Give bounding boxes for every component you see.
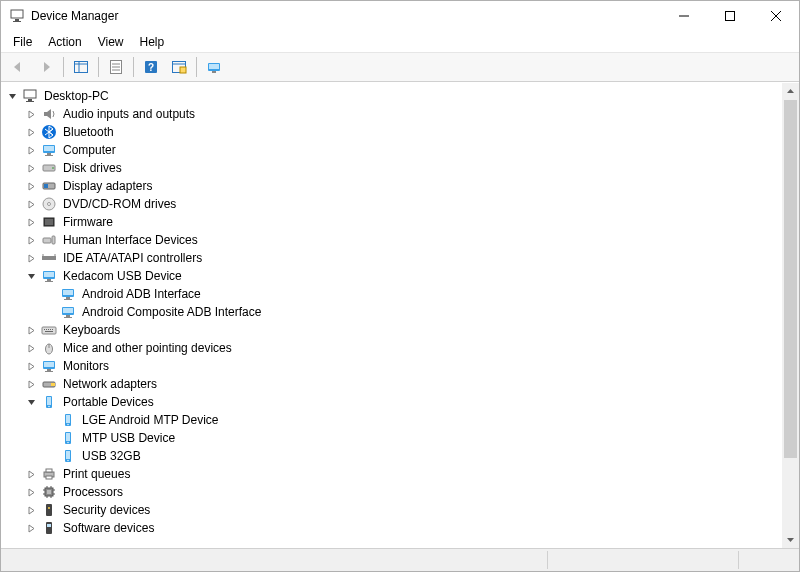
menu-help[interactable]: Help — [132, 33, 173, 51]
minimize-button[interactable] — [661, 1, 707, 31]
expand-icon[interactable] — [22, 339, 41, 357]
tree-item[interactable]: Firmware — [3, 213, 782, 231]
expand-icon[interactable] — [22, 123, 41, 141]
expand-icon[interactable] — [22, 249, 41, 267]
tree-label: IDE ATA/ATAPI controllers — [61, 248, 204, 268]
svg-rect-29 — [45, 155, 53, 156]
show-hide-tree-button[interactable] — [68, 55, 94, 79]
svg-rect-83 — [46, 469, 52, 472]
tree-label: Android Composite ADB Interface — [80, 302, 263, 322]
device-tree[interactable]: Desktop-PCAudio inputs and outputsBlueto… — [3, 87, 782, 548]
content-area: Desktop-PCAudio inputs and outputsBlueto… — [1, 82, 799, 548]
forward-button[interactable] — [33, 55, 59, 79]
expand-icon[interactable] — [22, 519, 41, 537]
menu-view[interactable]: View — [90, 33, 132, 51]
svg-text:?: ? — [148, 62, 154, 73]
app-icon — [9, 8, 25, 24]
tree-item[interactable]: USB 32GB — [3, 447, 782, 465]
svg-rect-38 — [43, 238, 51, 243]
svg-rect-57 — [46, 329, 47, 330]
tree-item[interactable]: MTP USB Device — [3, 429, 782, 447]
svg-rect-77 — [66, 433, 70, 441]
tree-item[interactable]: Network adapters — [3, 375, 782, 393]
bluetooth-icon — [41, 124, 57, 140]
computer-icon — [41, 142, 57, 158]
help-button[interactable]: ? — [138, 55, 164, 79]
expand-icon[interactable] — [22, 195, 41, 213]
expand-icon[interactable] — [22, 357, 41, 375]
tree-item[interactable]: DVD/CD-ROM drives — [3, 195, 782, 213]
scroll-thumb[interactable] — [784, 100, 797, 458]
tree-item[interactable]: IDE ATA/ATAPI controllers — [3, 249, 782, 267]
svg-rect-69 — [51, 383, 55, 386]
tree-label: DVD/CD-ROM drives — [61, 194, 178, 214]
svg-rect-18 — [180, 67, 186, 73]
tree-item[interactable]: Human Interface Devices — [3, 231, 782, 249]
svg-rect-65 — [44, 362, 54, 367]
svg-rect-54 — [64, 317, 72, 318]
tree-label: Network adapters — [61, 374, 159, 394]
expand-icon[interactable] — [22, 105, 41, 123]
expand-icon[interactable] — [22, 159, 41, 177]
tree-item[interactable]: Android Composite ADB Interface — [3, 303, 782, 321]
tree-item[interactable]: Keyboards — [3, 321, 782, 339]
svg-rect-50 — [64, 299, 72, 300]
expand-icon[interactable] — [22, 465, 41, 483]
menubar: File Action View Help — [1, 32, 799, 52]
tree-item[interactable]: Processors — [3, 483, 782, 501]
window-title: Device Manager — [31, 9, 661, 23]
scroll-track[interactable] — [782, 100, 799, 531]
tree-item[interactable]: Portable Devices — [3, 393, 782, 411]
svg-rect-67 — [45, 371, 53, 372]
expand-icon[interactable] — [22, 231, 41, 249]
tree-item[interactable]: Computer — [3, 141, 782, 159]
tree-item[interactable]: LGE Android MTP Device — [3, 411, 782, 429]
svg-point-81 — [67, 460, 68, 461]
expand-icon[interactable] — [22, 483, 41, 501]
tree-label: MTP USB Device — [80, 428, 177, 448]
tree-item[interactable]: Audio inputs and outputs — [3, 105, 782, 123]
svg-rect-22 — [24, 90, 36, 98]
scroll-down-button[interactable] — [782, 531, 799, 548]
expand-icon[interactable] — [22, 141, 41, 159]
close-button[interactable] — [753, 1, 799, 31]
svg-rect-37 — [45, 219, 53, 225]
tree-label: Portable Devices — [61, 392, 156, 412]
vertical-scrollbar[interactable] — [781, 83, 799, 548]
tree-item[interactable]: Disk drives — [3, 159, 782, 177]
svg-point-78 — [67, 442, 68, 443]
collapse-icon[interactable] — [22, 267, 41, 285]
scroll-up-button[interactable] — [782, 83, 799, 100]
processor-icon — [41, 484, 57, 500]
tree-item[interactable]: Mice and other pointing devices — [3, 339, 782, 357]
tree-item[interactable]: Security devices — [3, 501, 782, 519]
show-hidden-button[interactable] — [201, 55, 227, 79]
tree-item[interactable]: Android ADB Interface — [3, 285, 782, 303]
back-button[interactable] — [5, 55, 31, 79]
expand-icon[interactable] — [22, 501, 41, 519]
expand-icon[interactable] — [22, 321, 41, 339]
svg-rect-49 — [66, 297, 70, 299]
scan-hardware-button[interactable] — [166, 55, 192, 79]
collapse-icon[interactable] — [22, 393, 41, 411]
tree-item[interactable]: Bluetooth — [3, 123, 782, 141]
root-icon — [22, 88, 38, 104]
tree-label: Monitors — [61, 356, 111, 376]
expand-icon[interactable] — [22, 177, 41, 195]
audio-icon — [41, 106, 57, 122]
properties-button[interactable] — [103, 55, 129, 79]
tree-root[interactable]: Desktop-PC — [3, 87, 782, 105]
maximize-button[interactable] — [707, 1, 753, 31]
svg-point-96 — [48, 507, 50, 509]
tree-item[interactable]: Software devices — [3, 519, 782, 537]
tree-item[interactable]: Print queues — [3, 465, 782, 483]
expand-icon[interactable] — [22, 375, 41, 393]
collapse-icon[interactable] — [3, 87, 22, 105]
menu-action[interactable]: Action — [40, 33, 89, 51]
tree-item[interactable]: Kedacom USB Device — [3, 267, 782, 285]
expand-icon[interactable] — [22, 213, 41, 231]
tree-item[interactable]: Monitors — [3, 357, 782, 375]
svg-rect-74 — [66, 415, 70, 423]
tree-item[interactable]: Display adapters — [3, 177, 782, 195]
menu-file[interactable]: File — [5, 33, 40, 51]
